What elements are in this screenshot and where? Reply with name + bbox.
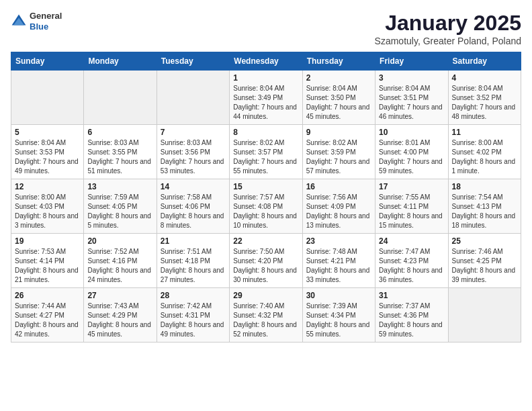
logo-icon [11, 13, 27, 30]
calendar-cell: 15Sunrise: 7:57 AM Sunset: 4:08 PM Dayli… [230, 179, 302, 234]
day-number: 15 [233, 182, 298, 191]
calendar-cell: 24Sunrise: 7:47 AM Sunset: 4:23 PM Dayli… [375, 234, 448, 288]
calendar-cell: 19Sunrise: 7:53 AM Sunset: 4:14 PM Dayli… [11, 234, 84, 288]
day-number: 7 [161, 128, 226, 137]
day-number: 12 [15, 182, 80, 191]
calendar-cell: 31Sunrise: 7:37 AM Sunset: 4:36 PM Dayli… [375, 288, 448, 342]
day-number: 31 [379, 291, 444, 300]
calendar-cell: 12Sunrise: 8:00 AM Sunset: 4:03 PM Dayli… [11, 179, 84, 234]
calendar-cell: 1Sunrise: 8:04 AM Sunset: 3:49 PM Daylig… [230, 71, 302, 125]
day-info: Sunrise: 8:04 AM Sunset: 3:53 PM Dayligh… [15, 138, 80, 176]
day-number: 6 [87, 128, 152, 137]
day-info: Sunrise: 7:56 AM Sunset: 4:09 PM Dayligh… [306, 193, 371, 230]
day-info: Sunrise: 7:52 AM Sunset: 4:16 PM Dayligh… [87, 247, 152, 285]
day-number: 23 [306, 236, 371, 246]
calendar-cell [448, 288, 521, 342]
day-info: Sunrise: 8:00 AM Sunset: 4:03 PM Dayligh… [15, 193, 80, 230]
calendar-cell: 3Sunrise: 8:04 AM Sunset: 3:51 PM Daylig… [375, 71, 448, 125]
logo: General Blue [11, 11, 62, 32]
week-row-1: 1Sunrise: 8:04 AM Sunset: 3:49 PM Daylig… [11, 71, 521, 125]
day-info: Sunrise: 7:54 AM Sunset: 4:13 PM Dayligh… [452, 193, 517, 230]
day-info: Sunrise: 7:44 AM Sunset: 4:27 PM Dayligh… [15, 302, 80, 339]
day-number: 2 [306, 73, 371, 83]
day-info: Sunrise: 8:00 AM Sunset: 4:02 PM Dayligh… [452, 138, 517, 176]
day-number: 8 [233, 128, 298, 137]
day-number: 30 [306, 291, 371, 300]
day-info: Sunrise: 8:01 AM Sunset: 4:00 PM Dayligh… [379, 138, 444, 176]
day-info: Sunrise: 8:02 AM Sunset: 3:57 PM Dayligh… [233, 138, 298, 176]
day-number: 10 [379, 128, 444, 137]
day-info: Sunrise: 8:04 AM Sunset: 3:52 PM Dayligh… [452, 84, 517, 122]
calendar-cell: 14Sunrise: 7:58 AM Sunset: 4:06 PM Dayli… [157, 179, 229, 234]
calendar-cell: 29Sunrise: 7:40 AM Sunset: 4:32 PM Dayli… [230, 288, 302, 342]
day-info: Sunrise: 7:58 AM Sunset: 4:06 PM Dayligh… [161, 193, 226, 230]
day-number: 4 [452, 73, 517, 83]
weekday-thursday: Thursday [302, 52, 375, 71]
calendar-cell: 28Sunrise: 7:42 AM Sunset: 4:31 PM Dayli… [157, 288, 229, 342]
day-number: 29 [233, 291, 298, 300]
day-info: Sunrise: 7:42 AM Sunset: 4:31 PM Dayligh… [161, 302, 226, 339]
day-info: Sunrise: 7:48 AM Sunset: 4:21 PM Dayligh… [306, 247, 371, 285]
month-title: January 2025 [375, 11, 521, 36]
day-info: Sunrise: 8:04 AM Sunset: 3:50 PM Dayligh… [306, 84, 371, 122]
calendar-cell: 10Sunrise: 8:01 AM Sunset: 4:00 PM Dayli… [375, 125, 448, 179]
day-number: 27 [87, 291, 152, 300]
day-info: Sunrise: 8:04 AM Sunset: 3:49 PM Dayligh… [233, 84, 298, 122]
calendar-cell: 30Sunrise: 7:39 AM Sunset: 4:34 PM Dayli… [302, 288, 375, 342]
day-number: 18 [452, 182, 517, 191]
logo-general-text: General [30, 11, 62, 21]
day-info: Sunrise: 8:04 AM Sunset: 3:51 PM Dayligh… [379, 84, 444, 122]
weekday-tuesday: Tuesday [157, 52, 229, 71]
day-info: Sunrise: 8:03 AM Sunset: 3:56 PM Dayligh… [161, 138, 226, 176]
day-number: 11 [452, 128, 517, 137]
calendar-cell: 5Sunrise: 8:04 AM Sunset: 3:53 PM Daylig… [11, 125, 84, 179]
weekday-wednesday: Wednesday [230, 52, 302, 71]
day-number: 19 [15, 236, 80, 246]
day-info: Sunrise: 7:37 AM Sunset: 4:36 PM Dayligh… [379, 302, 444, 339]
day-info: Sunrise: 7:39 AM Sunset: 4:34 PM Dayligh… [306, 302, 371, 339]
weekday-sunday: Sunday [11, 52, 84, 71]
day-info: Sunrise: 7:55 AM Sunset: 4:11 PM Dayligh… [379, 193, 444, 230]
calendar-cell: 16Sunrise: 7:56 AM Sunset: 4:09 PM Dayli… [302, 179, 375, 234]
day-info: Sunrise: 7:59 AM Sunset: 4:05 PM Dayligh… [87, 193, 152, 230]
calendar-table: SundayMondayTuesdayWednesdayThursdayFrid… [11, 52, 521, 342]
day-info: Sunrise: 7:51 AM Sunset: 4:18 PM Dayligh… [161, 247, 226, 285]
day-number: 16 [306, 182, 371, 191]
day-number: 1 [233, 73, 298, 83]
day-number: 22 [233, 236, 298, 246]
calendar-cell: 11Sunrise: 8:00 AM Sunset: 4:02 PM Dayli… [448, 125, 521, 179]
week-row-5: 26Sunrise: 7:44 AM Sunset: 4:27 PM Dayli… [11, 288, 521, 342]
day-number: 21 [161, 236, 226, 246]
day-number: 13 [87, 182, 152, 191]
day-number: 24 [379, 236, 444, 246]
calendar-cell: 26Sunrise: 7:44 AM Sunset: 4:27 PM Dayli… [11, 288, 84, 342]
day-number: 28 [161, 291, 226, 300]
week-row-4: 19Sunrise: 7:53 AM Sunset: 4:14 PM Dayli… [11, 234, 521, 288]
day-info: Sunrise: 8:02 AM Sunset: 3:59 PM Dayligh… [306, 138, 371, 176]
page-header: General Blue January 2025 Szamotuly, Gre… [11, 11, 521, 46]
day-number: 25 [452, 236, 517, 246]
weekday-header-row: SundayMondayTuesdayWednesdayThursdayFrid… [11, 52, 521, 71]
week-row-3: 12Sunrise: 8:00 AM Sunset: 4:03 PM Dayli… [11, 179, 521, 234]
day-number: 5 [15, 128, 80, 137]
calendar-cell: 23Sunrise: 7:48 AM Sunset: 4:21 PM Dayli… [302, 234, 375, 288]
calendar-cell: 17Sunrise: 7:55 AM Sunset: 4:11 PM Dayli… [375, 179, 448, 234]
title-area: January 2025 Szamotuly, Greater Poland, … [375, 11, 521, 46]
calendar-cell: 22Sunrise: 7:50 AM Sunset: 4:20 PM Dayli… [230, 234, 302, 288]
weekday-saturday: Saturday [448, 52, 521, 71]
day-info: Sunrise: 7:57 AM Sunset: 4:08 PM Dayligh… [233, 193, 298, 230]
logo-blue-text: Blue [30, 21, 62, 32]
day-number: 26 [15, 291, 80, 300]
day-info: Sunrise: 8:03 AM Sunset: 3:55 PM Dayligh… [87, 138, 152, 176]
weekday-friday: Friday [375, 52, 448, 71]
day-number: 20 [87, 236, 152, 246]
day-info: Sunrise: 7:50 AM Sunset: 4:20 PM Dayligh… [233, 247, 298, 285]
calendar-cell: 7Sunrise: 8:03 AM Sunset: 3:56 PM Daylig… [157, 125, 229, 179]
day-number: 14 [161, 182, 226, 191]
calendar-header: SundayMondayTuesdayWednesdayThursdayFrid… [11, 52, 521, 71]
day-info: Sunrise: 7:47 AM Sunset: 4:23 PM Dayligh… [379, 247, 444, 285]
logo-text: General Blue [30, 11, 62, 32]
calendar-cell: 21Sunrise: 7:51 AM Sunset: 4:18 PM Dayli… [157, 234, 229, 288]
day-info: Sunrise: 7:46 AM Sunset: 4:25 PM Dayligh… [452, 247, 517, 285]
calendar-cell [11, 71, 84, 125]
